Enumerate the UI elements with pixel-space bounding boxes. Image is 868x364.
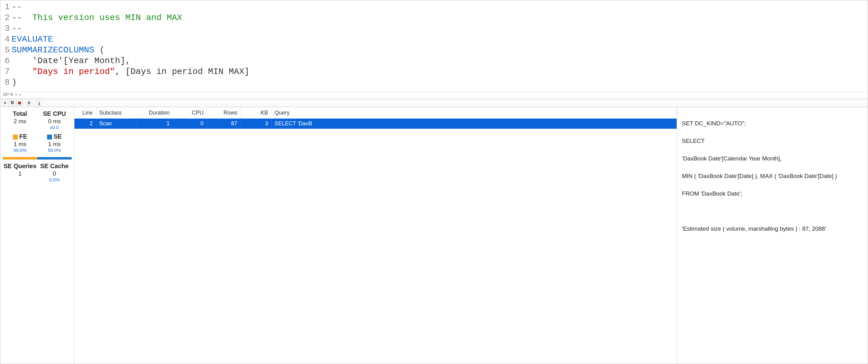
export-button[interactable]: ⭳ [36,100,42,106]
stat-secache-label: SE Cache [37,163,72,170]
xmsql-cell-duration: 1 [136,118,173,129]
stat-total: Total 2 ms [3,110,37,130]
query-detail[interactable]: SET DC_KIND="AUTO"; SELECT 'DaxBook Date… [677,107,868,364]
qd-line: MIN ( 'DaxBook Date'[Date] ), MAX ( 'Dax… [682,172,863,181]
play-button[interactable] [2,100,8,106]
timing-stats: Total 2 ms SE CPU 0 ms x0.0 FE 1 ms 50.0… [0,107,74,364]
pause-icon [11,101,14,105]
line-number: 2 [5,12,10,23]
col-subclass[interactable]: Subclass [96,107,136,118]
code-line[interactable]: 'Date'[Year Month], [12,55,249,66]
xmsql-cell-rows: 87 [207,118,241,129]
stat-secpu-label: SE CPU [37,110,72,117]
col-query[interactable]: Query [271,107,677,118]
stat-se-pct: 50.0% [37,147,72,153]
download-icon: ⭳ [37,101,41,105]
zoom-dropdown[interactable]: ▾ [14,93,18,96]
stat-fe: FE 1 ms 50.0% [3,133,37,153]
stat-total-label: Total [3,110,37,117]
stat-secpu: SE CPU 0 ms x0.0 [37,110,72,130]
fe-color-icon [13,135,18,140]
code-line[interactable]: EVALUATE [12,34,249,45]
xmsql-cell-cpu: 0 [173,118,207,129]
qd-line: 'DaxBook Date'[Calendar Year Month], [682,154,863,163]
stop-button[interactable] [16,100,23,106]
line-number: 5 [5,45,10,55]
col-line[interactable]: Line [74,107,96,118]
clear-button[interactable]: 🗑 [26,100,32,106]
se-bar-segment [37,157,72,160]
play-icon [4,101,6,104]
code-body[interactable]: ---- This version uses MIN and MAX--EVAL… [12,2,249,88]
stat-se: SE 1 ms 50.0% [37,133,72,153]
stat-secpu-value: 0 ms [37,118,72,125]
code-line[interactable]: ) [12,77,249,88]
code-line[interactable]: SUMMARIZECOLUMNS ( [12,45,249,55]
stat-seq-label: SE Queries [3,163,37,170]
qd-line: SET DC_KIND="AUTO"; [682,119,863,128]
xmsql-row[interactable]: 2Scan10873SELECT 'DaxB [74,118,677,129]
col-duration[interactable]: Duration [136,107,173,118]
xmsql-cell-kb: 3 [241,118,271,129]
stat-fe-label: FE [20,133,27,140]
zoom-arrow-icon: ◂ [19,93,21,97]
col-kb[interactable]: KB [241,107,271,118]
line-number: 1 [5,2,10,12]
server-timings-toolbar: 🗑 ⭳ [0,99,868,107]
stop-icon [18,102,21,104]
editor-pane: 12345678 ---- This version uses MIN and … [0,0,868,99]
stat-se-label: SE [54,133,62,140]
line-number: 3 [5,23,10,34]
line-number: 6 [5,55,10,66]
xmsql-table-wrap: Line Subclass Duration CPU Rows KB Query… [74,107,677,364]
col-rows[interactable]: Rows [207,107,241,118]
code-line[interactable]: -- [12,23,249,34]
stat-se-value: 1 ms [37,141,72,147]
code-line[interactable]: "Days in period", [Days in period MIN MA… [12,66,249,77]
zoom-bar: 197 % ▾ ◂ [0,91,868,99]
line-number: 8 [5,77,10,88]
fe-se-bar [3,157,72,160]
qd-line: FROM 'DaxBook Date'; [682,189,863,198]
stat-secpu-sub: x0.0 [37,125,72,130]
code-editor[interactable]: 12345678 ---- This version uses MIN and … [0,0,868,91]
stat-secache-sub: 0.0% [37,177,72,182]
xmsql-cell-line: 2 [74,118,96,129]
qd-line: SELECT [682,137,863,146]
xmsql-header-row: Line Subclass Duration CPU Rows KB Query [74,107,677,118]
pause-button[interactable] [9,100,16,106]
zoom-level: 197 % [3,92,13,97]
stat-se-cache: SE Cache 0 0.0% [37,163,72,182]
xmsql-cell-query: SELECT 'DaxB [271,118,677,129]
code-line[interactable]: -- [12,2,249,12]
trash-icon: 🗑 [27,101,31,105]
xmsql-table[interactable]: Line Subclass Duration CPU Rows KB Query… [74,107,677,129]
line-gutter: 12345678 [0,2,12,88]
stat-secache-value: 0 [37,170,72,177]
stat-total-value: 2 ms [3,118,37,125]
col-cpu[interactable]: CPU [173,107,207,118]
qd-line: 'Estimated size ( volume, marshalling by… [682,224,863,233]
server-timings-pane: Total 2 ms SE CPU 0 ms x0.0 FE 1 ms 50.0… [0,107,868,364]
se-color-icon [47,135,52,140]
stat-fe-pct: 50.0% [3,147,37,153]
xmsql-cell-subclass: Scan [96,118,136,129]
line-number: 7 [5,66,10,77]
stat-seq-value: 1 [3,170,37,177]
code-line[interactable]: -- This version uses MIN and MAX [12,12,249,23]
stat-fe-value: 1 ms [3,141,37,147]
line-number: 4 [5,34,10,45]
stat-se-queries: SE Queries 1 [3,163,37,182]
dax-studio-window: 12345678 ---- This version uses MIN and … [0,0,868,364]
